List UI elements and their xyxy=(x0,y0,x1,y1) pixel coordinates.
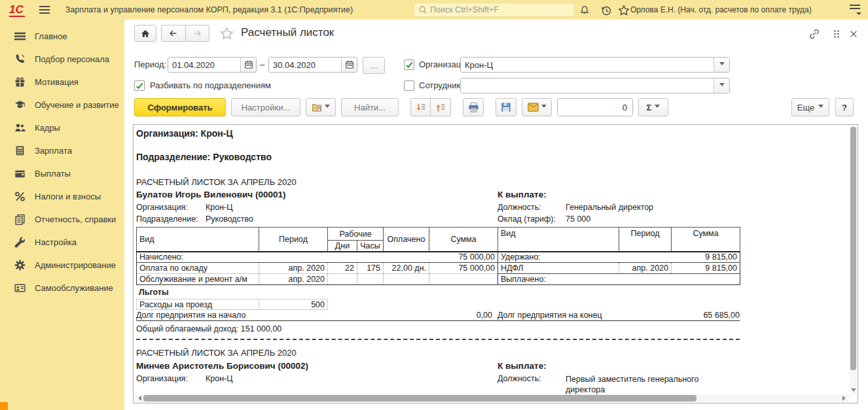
scroll-left-arrow[interactable] xyxy=(134,394,142,402)
payslip-separator xyxy=(136,339,740,340)
employee-combo[interactable] xyxy=(460,78,730,94)
employee-input[interactable] xyxy=(461,78,714,93)
star-icon xyxy=(618,5,630,16)
cell-paid[interactable]: 22,00 дн. xyxy=(384,263,429,274)
position-label: Должность: xyxy=(497,203,566,212)
back-button[interactable] xyxy=(161,25,186,42)
home-button[interactable] xyxy=(134,25,156,42)
report-variant-button[interactable] xyxy=(306,98,336,116)
cell-kind[interactable]: Обслуживание и ремонт а/м xyxy=(137,274,259,285)
1c-logo-icon: 1С xyxy=(9,3,25,17)
vertical-scrollbar[interactable] xyxy=(850,126,857,394)
sidebar-item-self-service[interactable]: Самообслуживание xyxy=(0,277,124,299)
report-org-header: Организация: Крон-Ц xyxy=(136,128,233,139)
notifications-button[interactable] xyxy=(578,4,591,17)
period-to-field[interactable] xyxy=(268,57,357,73)
cell-kind[interactable]: НДФЛ xyxy=(498,263,619,274)
graduation-cap-icon xyxy=(14,99,26,111)
gift-icon xyxy=(14,77,26,88)
sidebar-item-settings[interactable]: Настройка xyxy=(0,231,124,254)
period-variants-button[interactable]: ... xyxy=(363,57,385,74)
calendar-button[interactable] xyxy=(341,58,357,72)
dots-menu-icon xyxy=(833,29,841,39)
report-spreadsheet[interactable]: Организация: Крон-Ц Подразделение: Руков… xyxy=(133,124,858,403)
sidebar-item-motivation[interactable]: Мотивация xyxy=(0,71,124,94)
sidebar-item-reporting[interactable]: Отчетность, справки xyxy=(0,208,124,231)
get-link-button[interactable] xyxy=(808,28,821,40)
sidebar-item-recruiting[interactable]: Подбор персонала xyxy=(0,48,124,71)
cell-period[interactable]: апр. 2020 xyxy=(259,274,328,285)
service-menu-icon[interactable] xyxy=(850,5,863,16)
dropdown-arrow-icon[interactable] xyxy=(714,58,729,72)
cell-sum[interactable]: 9 815,00 xyxy=(672,263,740,274)
sidebar-item-training[interactable]: Обучение и развитие xyxy=(0,94,124,116)
more-actions-label: Еще xyxy=(797,103,814,112)
generate-button[interactable]: Сформировать xyxy=(134,98,226,116)
cell-counter-input[interactable] xyxy=(558,99,632,116)
organization-checkbox[interactable] xyxy=(404,60,414,70)
organization-combo[interactable] xyxy=(460,57,730,73)
favorite-star-button[interactable] xyxy=(220,27,234,43)
calendar-button[interactable] xyxy=(240,58,256,72)
payslip-employee: Булатов Игорь Виленович (00001) xyxy=(136,190,285,199)
sidebar-item-hr[interactable]: Кадры xyxy=(0,116,124,139)
horizontal-scrollbar[interactable] xyxy=(134,394,849,402)
close-button[interactable] xyxy=(847,28,860,40)
cell-hours[interactable]: 175 xyxy=(357,263,384,274)
more-actions-button[interactable]: Еще xyxy=(791,98,829,116)
period-from-field[interactable] xyxy=(168,57,257,73)
payslip-org-row: Организация:Крон-Ц xyxy=(136,374,233,383)
percent-icon xyxy=(14,191,26,202)
split-by-division-checkbox[interactable] xyxy=(134,80,145,91)
favorites-button[interactable] xyxy=(617,4,630,17)
cell-period[interactable]: апр. 2020 xyxy=(259,263,328,274)
more-menu-button[interactable] xyxy=(830,28,843,40)
division-label: Подразделение: xyxy=(136,214,206,224)
cell-sum[interactable]: 75 000,00 xyxy=(429,263,498,274)
sidebar-item-main[interactable]: Главное xyxy=(0,25,124,48)
cell-period[interactable]: апр. 2020 xyxy=(619,263,672,274)
cell-kind[interactable]: Оплата по окладу xyxy=(137,263,259,274)
expand-groups-button[interactable] xyxy=(410,98,431,116)
current-user[interactable]: Орлова Е.Н. (Нач. отд. расчетов по оплат… xyxy=(630,5,812,14)
sidebar-item-administration[interactable]: Администрирование xyxy=(0,254,124,277)
sidebar-item-salary[interactable]: Зарплата xyxy=(0,139,124,162)
payslip-org-row: Организация:Крон-Ц xyxy=(136,203,233,212)
benefit-kind-cell[interactable]: Расходы на проезд xyxy=(136,299,259,310)
payslip-position-row: Должность:Первый заместитель генеральног… xyxy=(497,374,729,395)
scroll-right-arrow[interactable] xyxy=(841,394,849,402)
send-mail-button[interactable] xyxy=(522,98,552,116)
sidebar-item-payments[interactable]: Выплаты xyxy=(0,162,124,185)
benefits-label: Льготы xyxy=(139,288,169,297)
position-value: Генеральный директор xyxy=(566,203,653,212)
find-button[interactable]: Найти... xyxy=(341,98,399,116)
period-to-input[interactable] xyxy=(269,58,341,72)
search-input[interactable] xyxy=(430,5,561,14)
org-value: Крон-Ц xyxy=(206,203,233,212)
help-button[interactable]: ? xyxy=(835,98,854,116)
period-from-input[interactable] xyxy=(168,58,240,72)
history-button[interactable] xyxy=(600,4,613,17)
sidebar-item-label: Мотивация xyxy=(35,77,79,87)
vertical-scrollbar-thumb[interactable] xyxy=(850,127,856,370)
global-search[interactable] xyxy=(414,3,575,17)
sidebar-item-taxes[interactable]: Налоги и взносы xyxy=(0,185,124,208)
cell-counter-field[interactable] xyxy=(557,98,633,116)
sum-button[interactable]: Σ xyxy=(638,98,668,116)
employee-checkbox[interactable] xyxy=(404,80,414,91)
dropdown-arrow-icon[interactable] xyxy=(714,78,729,93)
collapse-groups-button[interactable] xyxy=(431,98,451,116)
horizontal-scrollbar-thumb[interactable] xyxy=(143,395,696,401)
print-button[interactable] xyxy=(463,98,484,116)
forward-button[interactable] xyxy=(186,25,210,42)
settings-button[interactable]: Настройки... xyxy=(231,98,300,116)
scroll-down-arrow[interactable] xyxy=(850,386,857,394)
save-button[interactable] xyxy=(496,98,516,116)
col-days: Дни xyxy=(328,241,357,252)
payslip-salary-row: Оклад (тариф):75 000 xyxy=(497,214,590,224)
sort-collapse-icon xyxy=(435,103,446,112)
benefit-value-cell[interactable]: 500 xyxy=(259,299,328,310)
organization-input[interactable] xyxy=(461,58,714,72)
main-menu-icon[interactable] xyxy=(39,6,50,14)
cell-days[interactable]: 22 xyxy=(328,263,357,274)
